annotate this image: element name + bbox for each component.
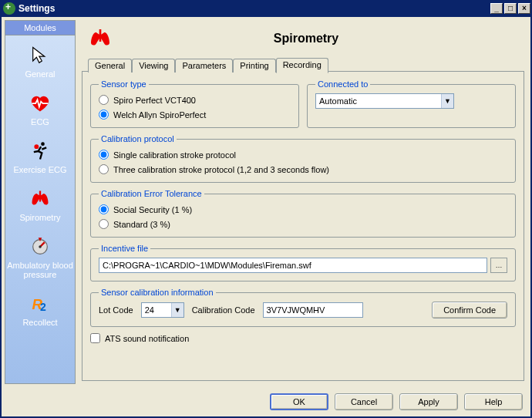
lungs-icon (88, 26, 113, 51)
svg-text:2: 2 (40, 301, 46, 313)
modules-sidebar: Modules General ECG (5, 20, 76, 384)
svg-point-3 (39, 245, 42, 248)
radio-label: Three calibration stroke protocol (1,2 a… (113, 165, 329, 174)
radio-label: Spiro Perfect VCT400 (113, 96, 196, 105)
page-header: Spirometry (82, 23, 524, 57)
chevron-down-icon: ▼ (441, 94, 453, 108)
maximize-button[interactable]: □ (504, 3, 517, 14)
radio-label: Standard (3 %) (113, 220, 170, 229)
module-label: ECG (31, 117, 49, 126)
radio-err-standard[interactable] (99, 219, 109, 229)
group-legend: Calibration protocol (99, 134, 177, 143)
radio-sensor-spiroperfect[interactable] (99, 110, 109, 120)
titlebar: Settings _ □ × (0, 0, 532, 17)
radio-label: Welch Allyn SpiroPerfect (113, 110, 206, 120)
ats-sound-label: ATS sound notification (105, 334, 189, 343)
sidebar-item-exercise-ecg[interactable]: Exercise ECG (5, 134, 75, 182)
window-title: Settings (19, 3, 489, 14)
tab-viewing[interactable]: Viewing (132, 59, 175, 72)
lungs-icon (28, 187, 52, 211)
sidebar-item-general[interactable]: General (5, 39, 75, 86)
runner-icon (28, 139, 52, 163)
select-connected-to[interactable]: Automatic ▼ (315, 93, 454, 109)
cursor-icon (28, 43, 52, 68)
dialog-button-bar: OK Cancel Apply Help (2, 387, 530, 416)
group-legend: Calibration Error Tolerance (99, 189, 204, 198)
group-legend: Sensor type (99, 79, 149, 89)
group-calibration-protocol: Calibration protocol Single calibration … (90, 134, 516, 183)
group-calibration-error: Calibration Error Tolerance Social Secur… (90, 189, 516, 238)
radio-cal-three[interactable] (99, 164, 109, 174)
sidebar-item-recollect[interactable]: R2 Recollect (5, 287, 75, 335)
group-connected-to: Connected to Automatic ▼ (307, 79, 516, 128)
help-button[interactable]: Help (464, 393, 523, 410)
select-lot-code[interactable]: 24 ▼ (141, 302, 184, 318)
page-title: Spirometry (119, 32, 493, 46)
group-legend: Sensor calibration information (99, 288, 216, 297)
module-label: Exercise ECG (13, 165, 66, 174)
heart-icon (28, 91, 52, 116)
module-label: General (25, 69, 55, 79)
close-button[interactable]: × (518, 3, 530, 14)
module-label: Spirometry (19, 213, 60, 222)
recollect-icon: R2 (28, 292, 52, 316)
radio-label: Single calibration stroke protocol (113, 150, 236, 160)
svg-point-1 (34, 144, 39, 149)
browse-button[interactable]: … (490, 258, 507, 273)
confirm-code-button[interactable]: Confirm Code (432, 302, 507, 319)
incentive-path-input[interactable] (99, 258, 487, 273)
tab-recording[interactable]: Recording (276, 58, 328, 73)
select-value: 24 (145, 305, 171, 315)
tab-strip: General Viewing Parameters Printing Reco… (88, 57, 524, 72)
radio-label: Social Security (1 %) (113, 205, 192, 214)
radio-cal-single[interactable] (99, 150, 109, 160)
tab-general[interactable]: General (88, 59, 132, 72)
minimize-button[interactable]: _ (490, 3, 503, 14)
calibration-code-input[interactable] (263, 302, 363, 318)
select-value: Automatic (319, 96, 441, 106)
app-icon (3, 2, 15, 15)
group-incentive-file: Incentive file … (90, 244, 516, 281)
sidebar-header: Modules (5, 21, 75, 35)
radio-sensor-vct400[interactable] (99, 95, 109, 105)
tab-parameters[interactable]: Parameters (175, 59, 233, 72)
group-legend: Incentive file (99, 244, 150, 253)
group-sensor-calibration-info: Sensor calibration information Lot Code … (90, 288, 516, 327)
sidebar-item-spirometry[interactable]: Spirometry (5, 182, 75, 230)
bp-gauge-icon (28, 234, 52, 259)
group-legend: Connected to (315, 79, 370, 89)
module-label: Recollect (22, 318, 57, 327)
apply-button[interactable]: Apply (399, 393, 458, 410)
cancel-button[interactable]: Cancel (335, 393, 393, 410)
calibration-code-label: Calibration Code (192, 305, 255, 315)
tab-printing[interactable]: Printing (233, 59, 275, 72)
tab-panel-recording: Sensor type Spiro Perfect VCT400 Welch A… (82, 71, 524, 381)
sidebar-item-ecg[interactable]: ECG (5, 86, 75, 134)
sidebar-item-ambulatory-bp[interactable]: Ambulatory blood pressure (5, 230, 75, 287)
radio-err-socialsecurity[interactable] (99, 204, 109, 214)
ok-button[interactable]: OK (270, 393, 328, 410)
chevron-down-icon: ▼ (171, 303, 184, 317)
module-label: Ambulatory blood pressure (7, 261, 73, 279)
svg-point-0 (41, 142, 45, 146)
checkbox-ats-sound[interactable] (90, 333, 100, 343)
group-sensor-type: Sensor type Spiro Perfect VCT400 Welch A… (90, 79, 299, 128)
lot-code-label: Lot Code (99, 305, 133, 315)
